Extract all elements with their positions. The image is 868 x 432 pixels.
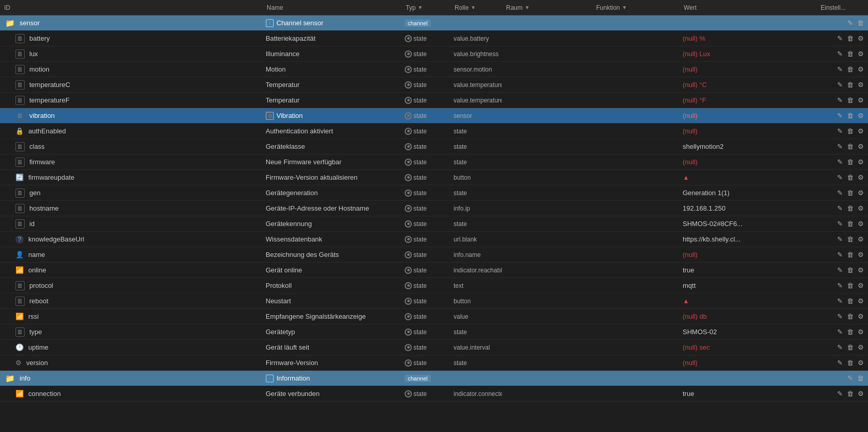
delete-icon[interactable]: 🗑 (846, 234, 855, 244)
settings-icon[interactable]: ⚙ (857, 389, 865, 399)
table-row[interactable]: 🗎 temperatureC Temperatur state value.te… (0, 77, 868, 93)
header-funktion[interactable]: Funktion ▼ (592, 4, 680, 11)
settings-icon[interactable]: ⚙ (857, 126, 865, 136)
delete-icon[interactable]: 🗑 (846, 172, 855, 182)
delete-icon[interactable]: 🗑 (846, 312, 855, 321)
settings-icon[interactable]: ⚙ (857, 281, 865, 290)
table-row[interactable]: 📁 info ↕ Information channel ✎ 🗑 (0, 371, 868, 386)
table-row[interactable]: 🗎 hostname Geräte-IP-Adresse oder Hostna… (0, 201, 868, 216)
edit-icon[interactable]: ✎ (836, 234, 844, 244)
edit-icon[interactable]: ✎ (836, 142, 844, 151)
delete-icon[interactable]: 🗑 (846, 250, 855, 260)
settings-icon[interactable]: ⚙ (857, 219, 865, 229)
settings-icon[interactable]: ⚙ (857, 312, 865, 321)
edit-icon[interactable]: ✎ (836, 95, 844, 105)
settings-icon[interactable]: ⚙ (857, 111, 865, 120)
table-row[interactable]: 🗎 battery Batteriekapazität state value.… (0, 31, 868, 46)
delete-icon[interactable]: 🗑 (846, 219, 855, 229)
settings-icon[interactable]: ⚙ (857, 265, 865, 275)
edit-icon[interactable]: ✎ (836, 281, 844, 290)
settings-icon[interactable]: ⚙ (857, 64, 865, 74)
edit-icon[interactable]: ✎ (836, 342, 844, 352)
table-row[interactable]: 🕐 uptime Gerät läuft seit state value.in… (0, 340, 868, 355)
edit-icon[interactable]: ✎ (836, 64, 844, 74)
header-raum[interactable]: Raum ▼ (502, 4, 592, 11)
delete-icon[interactable]: 🗑 (846, 126, 855, 136)
settings-icon[interactable]: ⚙ (857, 95, 865, 105)
table-row[interactable]: ⚙ version Firmware-Version state state (… (0, 355, 868, 371)
delete-icon[interactable]: 🗑 (846, 342, 855, 352)
table-row[interactable]: 🗎 class Geräteklasse state state shellym… (0, 139, 868, 154)
delete-icon[interactable]: 🗑 (846, 296, 855, 306)
delete-icon[interactable]: 🗑 (846, 327, 855, 337)
edit-icon[interactable]: ✎ (836, 250, 844, 260)
settings-icon[interactable]: ⚙ (857, 250, 865, 260)
settings-icon[interactable]: ⚙ (857, 172, 865, 182)
delete-icon[interactable]: 🗑 (846, 111, 855, 120)
delete-icon[interactable]: 🗑 (846, 157, 855, 167)
edit-icon[interactable]: ✎ (836, 111, 844, 120)
settings-icon[interactable]: ⚙ (857, 342, 865, 352)
table-row[interactable]: 🗎 vibration ⧉ Vibration state sensor (nu… (0, 108, 868, 124)
header-rolle[interactable]: Rolle ▼ (450, 4, 502, 11)
table-row[interactable]: 📶 rssi Empfangene Signalstärkeanzeige st… (0, 309, 868, 324)
edit-icon[interactable]: ✎ (836, 265, 844, 275)
delete-icon[interactable]: 🗑 (846, 64, 855, 74)
edit-icon[interactable]: ✎ (836, 296, 844, 306)
delete-icon[interactable]: 🗑 (846, 33, 855, 43)
table-row[interactable]: 🗎 firmware Neue Firmware verfügbar state… (0, 154, 868, 170)
table-row[interactable]: 📁 sensor ↕ Channel sensor channel ✎ 🗑 (0, 15, 868, 31)
table-row[interactable]: 🗎 protocol Protokoll state text mqtt ✎ 🗑… (0, 278, 868, 293)
table-row[interactable]: 🗎 id Gerätekennung state state SHMOS-02#… (0, 216, 868, 232)
table-row[interactable]: 📶 online Gerät online state indicator.re… (0, 263, 868, 278)
table-row[interactable]: 🔒 authEnabled Authentication aktiviert s… (0, 124, 868, 139)
delete-icon[interactable]: 🗑 (846, 265, 855, 275)
edit-icon[interactable]: ✎ (836, 49, 844, 59)
delete-icon[interactable]: 🗑 (846, 49, 855, 59)
delete-icon[interactable]: 🗑 (846, 389, 855, 399)
edit-icon[interactable]: ✎ (836, 188, 844, 198)
edit-icon[interactable]: ✎ (836, 312, 844, 321)
table-row[interactable]: 🗎 gen Gerätegeneration state state Gener… (0, 185, 868, 201)
edit-icon[interactable]: ✎ (836, 157, 844, 167)
edit-icon[interactable]: ✎ (836, 33, 844, 43)
settings-icon[interactable]: ⚙ (857, 49, 865, 59)
delete-icon[interactable]: 🗑 (846, 80, 855, 90)
delete-icon[interactable]: 🗑 (846, 281, 855, 290)
edit-icon[interactable]: ✎ (836, 80, 844, 90)
settings-icon[interactable]: ⚙ (857, 234, 865, 244)
edit-icon[interactable]: ✎ (836, 358, 844, 368)
edit-icon[interactable]: ✎ (846, 18, 854, 28)
edit-icon[interactable]: ✎ (836, 203, 844, 213)
settings-icon[interactable]: ⚙ (857, 33, 865, 43)
edit-icon[interactable]: ✎ (836, 172, 844, 182)
settings-icon[interactable]: ⚙ (857, 142, 865, 151)
settings-icon[interactable]: ⚙ (857, 358, 865, 368)
table-row[interactable]: 📶 connection Geräte verbunden state indi… (0, 386, 868, 402)
edit-icon[interactable]: ✎ (846, 373, 854, 383)
table-row[interactable]: 🗎 motion Motion state sensor.motion (nul… (0, 62, 868, 77)
edit-icon[interactable]: ✎ (836, 126, 844, 136)
delete-icon[interactable]: 🗑 (846, 358, 855, 368)
settings-icon[interactable]: ⚙ (857, 188, 865, 198)
settings-icon[interactable]: ⚙ (857, 203, 865, 213)
table-row[interactable]: ? knowledgeBaseUrl Wissensdatenbank stat… (0, 232, 868, 247)
delete-icon[interactable]: 🗑 (856, 18, 865, 28)
settings-icon[interactable]: ⚙ (857, 80, 865, 90)
delete-icon[interactable]: 🗑 (856, 373, 865, 383)
delete-icon[interactable]: 🗑 (846, 95, 855, 105)
settings-icon[interactable]: ⚙ (857, 327, 865, 337)
edit-icon[interactable]: ✎ (836, 327, 844, 337)
edit-icon[interactable]: ✎ (836, 389, 844, 399)
settings-icon[interactable]: ⚙ (857, 296, 865, 306)
settings-icon[interactable]: ⚙ (857, 157, 865, 167)
table-row[interactable]: 🗎 lux Illuminance state value.brightness… (0, 46, 868, 62)
edit-icon[interactable]: ✎ (836, 219, 844, 229)
table-row[interactable]: 👤 name Bezeichnung des Geräts state info… (0, 247, 868, 263)
table-row[interactable]: 🗎 type Gerätetyp state state SHMOS-02 ✎ … (0, 324, 868, 340)
table-row[interactable]: 🗎 temperatureF Temperatur state value.te… (0, 93, 868, 108)
header-typ[interactable]: Typ ▼ (402, 4, 450, 11)
delete-icon[interactable]: 🗑 (846, 142, 855, 151)
delete-icon[interactable]: 🗑 (846, 203, 855, 213)
delete-icon[interactable]: 🗑 (846, 188, 855, 198)
